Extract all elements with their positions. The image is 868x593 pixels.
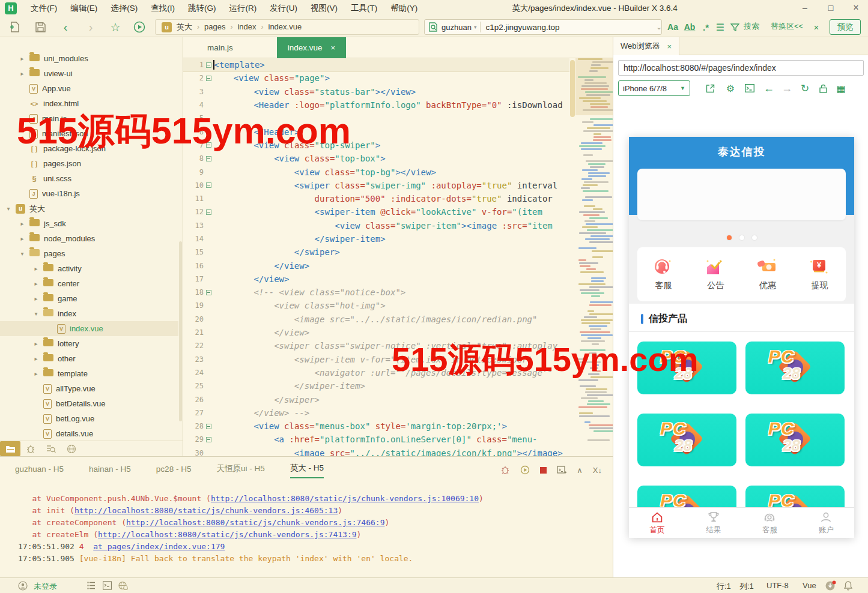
favorite-star-icon[interactable]: ☆ (108, 20, 123, 34)
tree-item-game[interactable]: ▸game (0, 291, 178, 306)
tree-item---[interactable]: ▾u英大 (0, 201, 178, 216)
swiper-dot-active[interactable] (727, 235, 732, 240)
tree-collapse-icon[interactable]: ▸ (32, 370, 40, 377)
console-terminal-icon[interactable] (743, 82, 756, 95)
code-line[interactable]: 18 <!-- <view class="notice-box"> (183, 286, 569, 299)
user-icon[interactable] (18, 581, 28, 591)
tree-collapse-icon[interactable]: ▸ (19, 55, 26, 62)
forward-icon[interactable]: › (83, 20, 98, 34)
chevron-down-icon[interactable]: ⌄ (652, 20, 666, 34)
minimap[interactable] (575, 58, 613, 456)
console-tab-hainan---H5[interactable]: hainan - H5 (89, 465, 131, 477)
code-line[interactable]: 16 </view> (183, 259, 569, 272)
menu-item[interactable]: 查找(I) (144, 0, 181, 17)
filter-icon[interactable] (727, 20, 742, 34)
breadcrumb[interactable]: u 英大›pages›index›index.vue (155, 19, 419, 35)
maximize-button[interactable]: □ (822, 0, 840, 17)
settings-gear-icon[interactable]: ⚙ (724, 82, 737, 95)
tree-item-node_modules[interactable]: ▸node_modules (0, 231, 178, 246)
tree-collapse-icon[interactable]: ▸ (19, 70, 26, 77)
clear-console-icon[interactable]: X↓ (593, 466, 602, 475)
tree-item-betDetails-vue[interactable]: VbetDetails.vue (0, 396, 178, 411)
menu-item[interactable]: 视图(V) (304, 0, 344, 17)
app-menu-2[interactable]: 公告 (690, 247, 742, 301)
app-menu-1[interactable]: 客服 (637, 247, 690, 301)
tree-item-betLog-vue[interactable]: VbetLog.vue (0, 411, 178, 426)
code-line[interactable]: 14 </swiper-item> (183, 232, 569, 245)
nav-back-icon[interactable]: ← (762, 82, 775, 95)
tab-debug-icon[interactable] (20, 441, 41, 456)
tab-web-browser[interactable]: Web浏览器 × (613, 37, 679, 55)
whole-word-icon[interactable]: Ab (682, 20, 697, 34)
console-tab------H5[interactable]: 英大 - H5 (290, 463, 324, 478)
console-tab----ui---H5[interactable]: 天恒原ui - H5 (216, 463, 264, 478)
menu-item[interactable]: 文件(F) (24, 0, 64, 17)
match-case-icon[interactable]: Aa (666, 20, 680, 34)
search-scope[interactable]: guzhuan (442, 23, 472, 32)
tree-item-uview-ui[interactable]: ▸uview-ui (0, 66, 178, 81)
tree-collapse-icon[interactable]: ▸ (32, 280, 40, 287)
swiper-dot[interactable] (739, 235, 744, 240)
tree-item-activity[interactable]: ▸activity (0, 261, 178, 276)
tree-collapse-icon[interactable]: ▸ (32, 295, 40, 302)
tree-expand-icon[interactable]: ▾ (32, 310, 40, 317)
replace-area-button[interactable]: 替换区<< (771, 21, 803, 32)
tree-item-pages[interactable]: ▾pages (0, 246, 178, 261)
app-nav-home[interactable]: 首页 (629, 508, 685, 538)
open-external-icon[interactable] (703, 82, 717, 95)
back-icon[interactable]: ‹ (58, 20, 73, 34)
tree-collapse-icon[interactable]: ▸ (19, 220, 26, 227)
menu-item[interactable]: 工具(T) (344, 0, 384, 17)
tree-collapse-icon[interactable]: ▸ (32, 340, 40, 347)
update-download-icon[interactable] (825, 580, 836, 591)
code-line[interactable]: 15 </swiper> (183, 245, 569, 259)
tab-web-icon[interactable] (61, 441, 82, 456)
fold-icon[interactable] (204, 437, 213, 442)
code-line[interactable]: 3 <view class="status-bar"></view> (183, 85, 569, 98)
app-nav-headset[interactable]: 客服 (742, 508, 798, 538)
app-menu-3[interactable]: 优惠 (742, 247, 794, 301)
menu-item[interactable]: 发行(U) (263, 0, 304, 17)
qrcode-icon[interactable]: ▦ (834, 82, 848, 95)
close-tab-icon[interactable]: × (667, 42, 672, 51)
tree-item-center[interactable]: ▸center (0, 276, 178, 291)
tree-item-allType-vue[interactable]: VallType.vue (0, 381, 178, 396)
tree-item-vue-i18n-js[interactable]: Jvue-i18n.js (0, 186, 178, 201)
fold-icon[interactable] (204, 290, 213, 295)
close-search-icon[interactable]: × (809, 20, 824, 34)
code-line[interactable]: 11 duration="500" :indicator-dots="true"… (183, 192, 569, 205)
breadcrumb-segment[interactable]: index.vue (269, 22, 302, 31)
tree-item-other[interactable]: ▸other (0, 351, 178, 366)
language-mode[interactable]: Vue (803, 581, 816, 590)
app-nav-trophy[interactable]: 结果 (685, 508, 742, 538)
console-tab-guzhuan---H5[interactable]: guzhuan - H5 (15, 465, 64, 477)
code-line[interactable]: 30 <image src="../../static/images/icon/… (183, 447, 569, 456)
product-card-pc28[interactable]: PC28 (745, 342, 845, 394)
code-line[interactable]: 26 </swiper> (183, 393, 569, 406)
restart-icon[interactable] (520, 465, 530, 475)
menu-item[interactable]: 编辑(E) (64, 0, 104, 17)
login-status[interactable]: 未登录 (34, 581, 57, 592)
tree-item-js_sdk[interactable]: ▸js_sdk (0, 216, 178, 231)
tree-item-App-vue[interactable]: VApp.vue (0, 81, 178, 96)
tab-search-icon[interactable] (41, 441, 61, 456)
tree-item-uni_modules[interactable]: ▸uni_modules (0, 51, 178, 66)
tree-item-uni-scss[interactable]: §uni.scss (0, 171, 178, 186)
code-line[interactable]: 9 <view class="top-bg"></view> (183, 165, 569, 178)
swiper-dot[interactable] (752, 235, 757, 240)
breadcrumb-segment[interactable]: 英大 (177, 22, 192, 31)
fold-icon[interactable] (204, 62, 213, 68)
lock-icon[interactable] (816, 82, 830, 95)
app-nav-user[interactable]: 账户 (798, 508, 854, 538)
product-card-pc28[interactable]: PC28 (637, 414, 736, 466)
tree-collapse-icon[interactable]: ▸ (32, 355, 40, 362)
app-banner-swiper[interactable] (637, 169, 846, 220)
close-tab-icon[interactable]: × (331, 43, 336, 52)
search-button[interactable]: 搜索 (744, 21, 759, 32)
nav-forward-icon[interactable]: → (780, 82, 794, 95)
notification-bell-icon[interactable] (843, 580, 853, 591)
editor-scrollbar[interactable] (569, 58, 575, 456)
tree-expand-icon[interactable]: ▾ (5, 205, 12, 212)
tree-item-pages-json[interactable]: [ ]pages.json (0, 156, 178, 171)
tree-collapse-icon[interactable]: ▸ (32, 265, 40, 272)
